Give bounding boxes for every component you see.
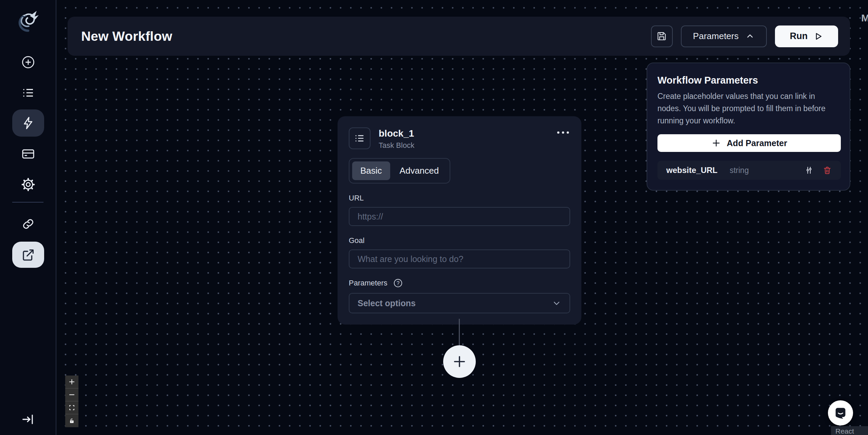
sidebar xyxy=(0,0,56,435)
play-icon xyxy=(813,31,823,41)
edit-parameter-sliders-icon[interactable] xyxy=(804,166,814,175)
block-menu-button[interactable] xyxy=(556,127,570,135)
delete-parameter-trash-icon[interactable] xyxy=(822,166,832,175)
create-new-icon[interactable] xyxy=(0,54,56,70)
fit-view-button[interactable] xyxy=(65,401,78,414)
add-parameter-label: Add Parameter xyxy=(727,138,787,148)
runs-list-icon[interactable] xyxy=(0,85,56,101)
header-bar: New Workflow Parameters Run xyxy=(68,17,850,56)
lock-button[interactable] xyxy=(65,414,78,427)
edge-connector xyxy=(459,319,460,346)
settings-gear-icon[interactable] xyxy=(0,177,56,192)
add-block-button[interactable] xyxy=(443,345,476,378)
parameters-button-label: Parameters xyxy=(693,31,739,41)
block-type-label: Task Block xyxy=(379,141,414,150)
billing-card-icon[interactable] xyxy=(0,146,56,162)
parameter-row: website_URL string xyxy=(657,161,841,180)
goal-input[interactable] xyxy=(349,249,570,268)
parameters-label: Parameters xyxy=(349,279,387,288)
goal-label: Goal xyxy=(349,236,570,245)
canvas-controls xyxy=(65,376,78,427)
url-label: URL xyxy=(349,194,570,203)
sidebar-divider xyxy=(12,202,43,203)
save-button[interactable] xyxy=(651,25,673,47)
block-type-iconbox xyxy=(349,127,370,149)
floppy-save-icon xyxy=(656,31,667,42)
link-icon[interactable] xyxy=(0,216,56,232)
svg-text:?: ? xyxy=(396,280,399,286)
edge-cursor-glyph: M xyxy=(861,12,868,24)
chat-widget-button[interactable] xyxy=(828,400,853,425)
react-flow-attribution[interactable]: React Flow xyxy=(831,426,868,435)
add-parameter-button[interactable]: Add Parameter xyxy=(657,134,841,152)
ellipsis-icon xyxy=(556,130,570,135)
run-button[interactable]: Run xyxy=(775,25,838,47)
parameters-select[interactable]: Select options xyxy=(349,293,570,313)
panel-description: Create placeholder values that you can l… xyxy=(657,90,839,127)
collapse-sidebar-icon[interactable] xyxy=(0,411,56,428)
sidebar-item-workflows[interactable] xyxy=(12,109,44,137)
tab-basic[interactable]: Basic xyxy=(352,161,390,180)
sidebar-item-external[interactable] xyxy=(12,242,44,268)
parameters-toggle-button[interactable]: Parameters xyxy=(681,25,767,47)
lightning-icon xyxy=(21,116,35,130)
panel-title: Workflow Parameters xyxy=(657,75,839,86)
plus-icon xyxy=(711,138,721,148)
dragon-logo xyxy=(0,6,56,36)
run-button-label: Run xyxy=(790,31,808,41)
chevron-up-icon xyxy=(745,32,755,41)
zoom-in-button[interactable] xyxy=(65,376,78,388)
plus-icon xyxy=(452,354,467,369)
parameters-select-value: Select options xyxy=(358,298,416,308)
workflow-parameters-panel: Workflow Parameters Create placeholder v… xyxy=(647,63,850,191)
task-block-card[interactable]: block_1 Task Block Basic Advanced URL Go… xyxy=(338,116,581,325)
tab-advanced[interactable]: Advanced xyxy=(392,161,447,180)
block-mode-tabs: Basic Advanced xyxy=(349,158,450,184)
task-list-icon xyxy=(354,132,366,144)
block-name: block_1 xyxy=(379,128,414,139)
parameter-key: website_URL xyxy=(666,166,718,175)
help-icon[interactable]: ? xyxy=(393,278,403,288)
parameter-type: string xyxy=(730,166,749,175)
zoom-out-button[interactable] xyxy=(65,388,78,401)
chevron-down-icon xyxy=(552,298,561,308)
page-title: New Workflow xyxy=(81,29,172,44)
url-input[interactable] xyxy=(349,207,570,226)
chat-smile-icon xyxy=(833,406,848,420)
external-link-icon xyxy=(21,248,35,262)
